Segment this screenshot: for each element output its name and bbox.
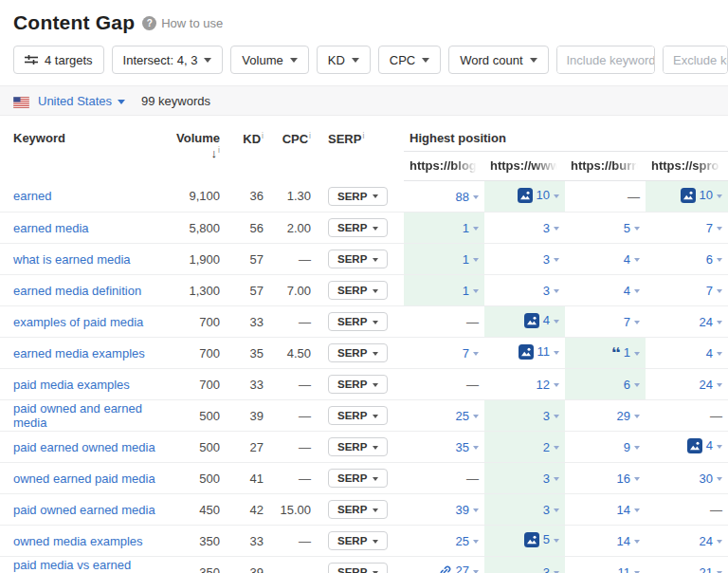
position-value[interactable]: 3 [543, 503, 550, 517]
cpc-filter-dropdown[interactable]: CPC [378, 46, 441, 74]
column-header-keyword[interactable]: Keyword [0, 116, 167, 181]
position-value[interactable]: 7 [706, 221, 713, 235]
serp-dropdown-button[interactable]: SERP [328, 187, 388, 206]
chevron-down-icon[interactable] [634, 446, 640, 450]
position-value[interactable]: 7 [706, 284, 713, 298]
position-value[interactable]: 3 [543, 565, 550, 573]
keyword-link[interactable]: earned media [13, 221, 89, 235]
position-value[interactable]: 88 [456, 190, 469, 204]
position-value[interactable]: 1 [463, 221, 469, 235]
country-selector[interactable]: United States [38, 94, 125, 108]
position-value[interactable]: 39 [456, 503, 469, 517]
target-url-header[interactable]: https://burrelle [565, 152, 646, 181]
chevron-down-icon[interactable] [473, 352, 479, 356]
position-value[interactable]: 35 [456, 440, 469, 454]
chevron-down-icon[interactable] [634, 321, 640, 324]
chevron-down-icon[interactable] [473, 289, 479, 293]
chevron-down-icon[interactable] [554, 258, 559, 262]
position-value[interactable]: 5 [624, 221, 630, 235]
serp-dropdown-button[interactable]: SERP [328, 406, 388, 425]
position-value[interactable]: 14 [617, 503, 630, 517]
target-url-header[interactable]: https://sprouts [646, 152, 728, 181]
chevron-down-icon[interactable] [634, 352, 640, 356]
chevron-down-icon[interactable] [473, 258, 479, 262]
keyword-link[interactable]: paid earned owned media [13, 440, 155, 454]
chevron-down-icon[interactable] [554, 446, 559, 450]
serp-dropdown-button[interactable]: SERP [328, 531, 388, 550]
position-value[interactable]: 6 [624, 378, 630, 392]
serp-dropdown-button[interactable]: SERP [328, 250, 388, 268]
position-value[interactable]: 24 [700, 534, 713, 548]
chevron-down-icon[interactable] [717, 477, 722, 481]
chevron-down-icon[interactable] [634, 508, 640, 512]
keyword-link[interactable]: earned [13, 189, 51, 203]
position-value[interactable]: 1 [624, 345, 630, 360]
chevron-down-icon[interactable] [554, 320, 559, 323]
chevron-down-icon[interactable] [473, 227, 479, 231]
chevron-down-icon[interactable] [473, 508, 479, 512]
serp-dropdown-button[interactable]: SERP [328, 375, 388, 394]
chevron-down-icon[interactable] [634, 258, 640, 262]
column-header-kd[interactable]: KDi [226, 116, 269, 181]
keyword-link[interactable]: earned media definition [13, 284, 141, 298]
chevron-down-icon[interactable] [634, 477, 640, 481]
chevron-down-icon[interactable] [554, 289, 559, 293]
chevron-down-icon[interactable] [473, 446, 479, 450]
chevron-down-icon[interactable] [473, 540, 479, 544]
chevron-down-icon[interactable] [717, 352, 722, 356]
position-value[interactable]: 16 [617, 471, 630, 486]
chevron-down-icon[interactable] [554, 351, 559, 355]
position-value[interactable]: 21 [700, 565, 713, 573]
position-value[interactable]: 3 [543, 284, 550, 298]
column-header-cpc[interactable]: CPCi [269, 116, 317, 181]
position-value[interactable]: 4 [624, 252, 630, 267]
chevron-down-icon[interactable] [717, 227, 722, 231]
serp-dropdown-button[interactable]: SERP [328, 343, 388, 362]
position-value[interactable]: 27 [456, 564, 469, 573]
chevron-down-icon[interactable] [717, 289, 722, 293]
intersect-dropdown[interactable]: Intersect: 4, 3 [112, 46, 224, 74]
chevron-down-icon[interactable] [554, 508, 559, 512]
position-value[interactable]: 9 [624, 440, 630, 454]
chevron-down-icon[interactable] [717, 540, 722, 544]
chevron-down-icon[interactable] [554, 477, 559, 481]
position-value[interactable]: 6 [706, 252, 713, 267]
keyword-link[interactable]: what is earned media [13, 252, 131, 267]
position-value[interactable]: 3 [543, 471, 550, 486]
keyword-link[interactable]: paid media examples [13, 378, 130, 392]
volume-filter-dropdown[interactable]: Volume [230, 46, 308, 74]
chevron-down-icon[interactable] [554, 227, 559, 231]
chevron-down-icon[interactable] [554, 194, 559, 198]
position-value[interactable]: 29 [617, 409, 630, 423]
chevron-down-icon[interactable] [554, 539, 559, 543]
position-value[interactable]: 3 [543, 409, 550, 423]
serp-dropdown-button[interactable]: SERP [328, 437, 388, 456]
position-value[interactable]: 2 [543, 440, 550, 454]
position-value[interactable]: 25 [456, 409, 469, 423]
position-value[interactable]: 24 [700, 378, 713, 392]
serp-dropdown-button[interactable]: SERP [328, 218, 388, 237]
how-to-use-link[interactable]: ? How to use [142, 16, 223, 30]
exclude-keyword-input[interactable] [664, 46, 728, 73]
position-value[interactable]: 4 [624, 284, 630, 298]
position-value[interactable]: 24 [700, 315, 713, 329]
chevron-down-icon[interactable] [554, 415, 559, 418]
word-count-filter-dropdown[interactable]: Word count [448, 46, 548, 74]
target-url-header[interactable]: https://blog.hu [404, 152, 484, 181]
chevron-down-icon[interactable] [634, 540, 640, 544]
chevron-down-icon[interactable] [554, 383, 559, 387]
keyword-link[interactable]: earned media examples [13, 346, 145, 360]
position-value[interactable]: 3 [543, 252, 550, 267]
position-value[interactable]: 11 [618, 565, 631, 573]
kd-filter-dropdown[interactable]: KD [317, 46, 371, 74]
keyword-link[interactable]: paid media vs earned media [13, 558, 131, 573]
position-value[interactable]: 12 [537, 378, 550, 392]
include-keyword-input[interactable] [557, 46, 656, 73]
targets-button[interactable]: 4 targets [13, 46, 104, 74]
position-value[interactable]: 7 [624, 315, 630, 329]
chevron-down-icon[interactable] [634, 383, 640, 387]
chevron-down-icon[interactable] [634, 227, 640, 231]
serp-dropdown-button[interactable]: SERP [328, 469, 388, 488]
chevron-down-icon[interactable] [473, 415, 479, 418]
keyword-link[interactable]: paid owned and earned media [13, 401, 142, 430]
